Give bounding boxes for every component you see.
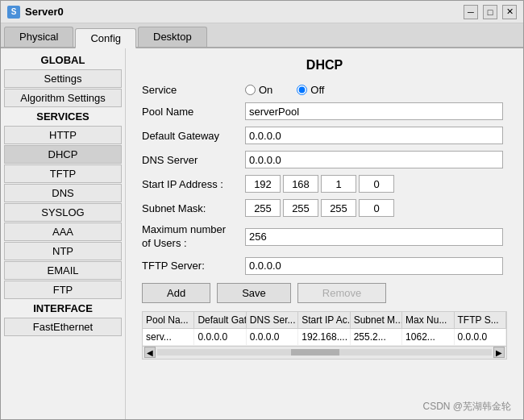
dns-server-label: DNS Server [142,154,239,166]
default-gateway-input[interactable] [245,127,503,144]
service-on-label: On [259,84,272,96]
sidebar-item-ntp[interactable]: NTP [4,242,122,260]
tab-desktop[interactable]: Desktop [138,27,207,47]
sidebar-item-dns[interactable]: DNS [4,184,122,202]
start-ip-octet1[interactable] [245,175,281,193]
scroll-thumb[interactable] [291,349,339,356]
th-start-ip: Start IP Ac... [298,312,350,328]
sidebar-header-interface: INTERFACE [1,300,125,317]
default-gateway-row: Default Gateway [142,127,507,144]
service-row: Service On Off [142,84,507,96]
subnet-mask-octet3[interactable] [321,199,356,217]
table-row[interactable]: serv... 0.0.0.0 0.0.0.0 192.168.... 255.… [143,329,506,346]
sidebar-item-dhcp[interactable]: DHCP [4,145,122,164]
title-bar-controls: ─ □ ✕ [464,5,517,19]
main-window: S Server0 ─ □ ✕ Physical Config Desktop … [0,0,524,420]
pool-name-input[interactable] [245,102,503,120]
th-pool-name: Pool Na... [143,312,194,328]
app-icon: S [7,6,20,19]
scroll-left-arrow[interactable]: ◀ [144,347,156,358]
td-default-gw: 0.0.0.0 [194,329,246,345]
th-tftp: TFTP S... [455,312,506,328]
close-button[interactable]: ✕ [502,5,517,19]
default-gateway-label: Default Gateway [142,130,239,142]
subnet-mask-octet2[interactable] [283,199,318,217]
subnet-mask-octet4[interactable] [359,199,394,217]
service-on-radio[interactable] [245,85,256,95]
window-title: Server0 [25,6,64,18]
horizontal-scrollbar[interactable]: ◀ ▶ [143,346,506,359]
title-bar-left: S Server0 [7,6,64,19]
tab-physical[interactable]: Physical [4,27,73,47]
th-dns: DNS Ser... [247,312,298,328]
tftp-server-input[interactable] [245,257,503,275]
max-users-label: Maximum number of Users : [142,223,239,251]
dns-server-input[interactable] [245,151,503,168]
save-button[interactable]: Save [217,283,291,303]
subnet-mask-fields [245,199,394,217]
dns-server-row: DNS Server [142,151,507,168]
td-start-ip: 192.168.... [298,329,350,345]
dhcp-table: Pool Na... Default Gat... DNS Ser... Sta… [142,311,507,360]
td-tftp: 0.0.0.0 [455,329,506,345]
service-off-radio[interactable] [297,85,307,95]
service-label: Service [142,84,239,96]
sidebar-item-syslog[interactable]: SYSLOG [4,203,122,222]
td-max-users: 1062... [402,329,454,345]
add-button[interactable]: Add [142,283,210,303]
pool-name-row: Pool Name [142,102,507,120]
scroll-right-arrow[interactable]: ▶ [493,347,505,358]
sidebar-item-ftp[interactable]: FTP [4,281,122,299]
minimize-button[interactable]: ─ [464,5,478,19]
tftp-server-label: TFTP Server: [142,260,239,272]
scroll-track[interactable] [157,349,492,356]
table-header: Pool Na... Default Gat... DNS Ser... Sta… [143,312,506,329]
max-users-input[interactable] [245,228,503,246]
start-ip-octet3[interactable] [321,175,356,193]
sidebar-item-email[interactable]: EMAIL [4,261,122,280]
start-ip-octet4[interactable] [359,175,394,193]
td-subnet: 255.2... [351,329,402,345]
start-ip-fields [245,175,394,193]
th-max-users: Max Nu... [402,312,454,328]
subnet-mask-label: Subnet Mask: [142,202,239,214]
service-radio-group: On Off [245,84,324,96]
sidebar-header-services: SERVICES [1,108,125,125]
td-dns: 0.0.0.0 [247,329,298,345]
title-bar: S Server0 ─ □ ✕ [1,1,523,23]
service-on-option[interactable]: On [245,84,272,96]
start-ip-label: Start IP Address : [142,178,239,190]
subnet-mask-octet1[interactable] [245,199,281,217]
sidebar-item-aaa[interactable]: AAA [4,222,122,241]
th-default-gw: Default Gat... [194,312,246,328]
th-subnet: Subnet M... [351,312,402,328]
sidebar-item-algorithm-settings[interactable]: Algorithm Settings [4,89,122,107]
remove-button[interactable]: Remove [297,283,386,303]
tftp-server-row: TFTP Server: [142,257,507,275]
tab-config[interactable]: Config [75,28,136,48]
sidebar: GLOBAL Settings Algorithm Settings SERVI… [1,48,126,419]
subnet-mask-row: Subnet Mask: [142,199,507,217]
service-off-label: Off [310,84,324,96]
maximize-button[interactable]: □ [483,5,497,19]
sidebar-item-http[interactable]: HTTP [4,126,122,144]
sidebar-item-tftp[interactable]: TFTP [4,164,122,183]
watermark: CSDN @芜湖韩金轮 [422,400,511,414]
panel-title: DHCP [142,58,507,73]
content-area: GLOBAL Settings Algorithm Settings SERVI… [1,48,523,419]
max-users-row: Maximum number of Users : [142,223,507,251]
buttons-row: Add Save Remove [142,283,507,303]
td-pool-name: serv... [143,329,194,345]
start-ip-octet2[interactable] [283,175,318,193]
pool-name-label: Pool Name [142,106,239,118]
service-off-option[interactable]: Off [297,84,324,96]
main-panel: DHCP Service On Off Pool Name [126,48,523,419]
start-ip-row: Start IP Address : [142,175,507,193]
sidebar-header-global: GLOBAL [1,52,125,69]
sidebar-item-fastethernet[interactable]: FastEthernet [4,318,122,336]
tabs-bar: Physical Config Desktop [1,23,523,48]
sidebar-item-settings[interactable]: Settings [4,69,122,88]
